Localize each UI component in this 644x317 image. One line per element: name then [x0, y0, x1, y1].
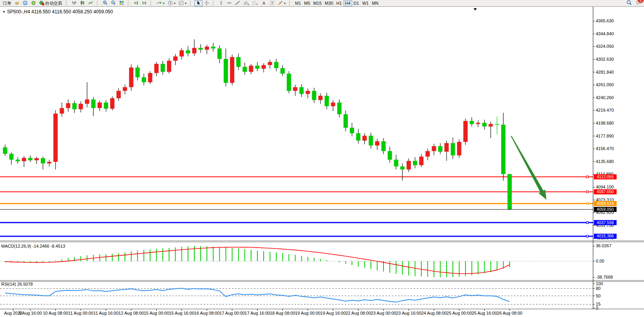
equidistant-channel-button[interactable]: E: [242, 0, 251, 6]
candlestick-chart-button[interactable]: [78, 0, 87, 6]
svg-text:F: F: [257, 3, 258, 5]
periods-button[interactable]: ▾: [166, 0, 177, 6]
text-button[interactable]: A: [260, 0, 268, 6]
toolbar-group-lines: E F A T ▾: [216, 0, 288, 6]
candle-bear: [3, 147, 7, 154]
zoom-in-button[interactable]: [101, 0, 109, 6]
vertical-line-button[interactable]: [217, 0, 225, 6]
crosshair-button[interactable]: [203, 0, 211, 6]
timeframe-M1[interactable]: M1: [293, 0, 302, 6]
price-badge-4112.055-text: 4112.055: [597, 174, 613, 179]
arrows-objects-button[interactable]: ▾: [276, 0, 287, 6]
timeframe-H1[interactable]: H1: [335, 0, 343, 6]
candle-bull: [116, 91, 121, 98]
hline-resistance-1-handle[interactable]: [586, 176, 588, 178]
search-icon: [626, 0, 632, 6]
history-icon-button[interactable]: [13, 0, 21, 6]
horizontal-line-button[interactable]: [225, 0, 233, 6]
candle-bull: [331, 103, 335, 106]
time-axis-label: 9 Aug 16:00: [19, 311, 42, 315]
chart-shift-marker[interactable]: [474, 8, 477, 11]
candle-bear: [16, 159, 20, 161]
price-badge-4015.366-text: 4015.366: [597, 234, 614, 238]
candle-bear: [369, 136, 373, 145]
text-label-button[interactable]: T: [268, 0, 276, 6]
candle-bull: [79, 104, 83, 109]
tile-windows-button[interactable]: [118, 0, 126, 6]
autotrade-button[interactable]: 自动交易: [38, 0, 64, 6]
trendline-button[interactable]: [233, 0, 242, 6]
timeframe-W1[interactable]: W1: [361, 0, 371, 6]
candle-bull: [205, 47, 209, 50]
candle-bear: [344, 114, 348, 127]
candle-bear: [280, 68, 285, 74]
candle-bear: [41, 158, 45, 163]
candle-bull: [167, 61, 171, 72]
tile-windows-icon: [119, 0, 124, 6]
candle-bear: [482, 123, 487, 126]
toolbar-drag-handle: [150, 1, 153, 5]
bar-chart-button[interactable]: [70, 0, 78, 6]
candle-bull: [179, 50, 184, 56]
hline-orange-handle[interactable]: [586, 203, 588, 205]
candle-bear: [356, 133, 360, 141]
rsi-tick-label: 80: [596, 286, 601, 291]
indicators-button[interactable]: ▾: [155, 0, 166, 6]
time-axis-label: 11 Aug 00:00: [68, 311, 93, 315]
chart-window[interactable]: 4365.6304344.8404324.0504302.6304281.840…: [0, 7, 644, 317]
toolbar-drag-handle: [289, 1, 291, 5]
candle-bear: [299, 87, 304, 94]
macd-tick-label: 0.00: [596, 259, 604, 263]
candle-bull: [148, 73, 152, 82]
timeframe-M5[interactable]: M5: [302, 0, 311, 6]
fibonacci-button[interactable]: F: [251, 0, 260, 6]
search-button[interactable]: [625, 0, 633, 6]
candle-bear: [274, 62, 279, 68]
time-axis-label: 10 Aug 08:00: [43, 311, 68, 315]
toolbar-group-charttype: [69, 0, 96, 6]
candle-bull: [463, 121, 468, 142]
candle-bull: [173, 56, 177, 61]
time-axis-label: 19 Aug 00:00: [295, 311, 320, 315]
time-axis-label: 23 Aug 00:00: [371, 311, 396, 315]
time-axis-label: 19 Aug 16:00: [320, 311, 346, 315]
candle-bear: [186, 50, 190, 53]
publisher-button[interactable]: [21, 0, 29, 6]
text-label-icon: T: [270, 0, 275, 6]
candle-bear: [325, 96, 329, 106]
time-axis-label: 23 Aug 16:00: [396, 311, 421, 315]
time-axis-label: 26 Aug 08:00: [497, 311, 523, 315]
toolbar-drag-handle: [213, 1, 215, 5]
hline-resistance-2-handle[interactable]: [586, 191, 588, 193]
timeframe-MN[interactable]: MN: [370, 0, 380, 6]
signals-button[interactable]: [29, 0, 38, 6]
auto-scroll-button[interactable]: [132, 0, 140, 6]
line-chart-button[interactable]: [87, 0, 95, 6]
timeframe-D1[interactable]: D1: [352, 0, 361, 6]
arrow-object-icon: [278, 0, 283, 6]
timeframe-M15[interactable]: M15: [312, 0, 323, 6]
time-axis-label: 22 Aug 08:00: [346, 311, 371, 315]
candle-bull: [192, 48, 197, 53]
cursor-button[interactable]: [194, 0, 203, 6]
candle-bear: [161, 64, 165, 72]
timeframe-H4[interactable]: H4: [344, 0, 352, 6]
down-arrow-annotation[interactable]: [511, 136, 546, 199]
candle-bull: [407, 161, 411, 170]
chart-shift-button[interactable]: [140, 0, 148, 6]
candle-bull: [419, 157, 423, 165]
order-book-icon: [14, 0, 20, 6]
timeframe-M30[interactable]: M30: [323, 0, 335, 6]
notifications[interactable]: 1: [636, 0, 642, 6]
zoom-out-button[interactable]: [109, 0, 118, 6]
zoom-out-icon: [111, 0, 116, 6]
candle-bear: [388, 151, 392, 160]
orders-button[interactable]: 订单: [1, 0, 13, 6]
candle-bear: [9, 154, 14, 160]
rsi-tick-label: 100: [596, 281, 603, 286]
templates-button[interactable]: ▾: [177, 0, 188, 6]
price-badge-4087.650-text: 4087.650: [597, 189, 614, 194]
price-tick-label: 4281.840: [596, 70, 614, 74]
hline-blue-2-handle[interactable]: [586, 235, 588, 237]
hline-blue-1-handle[interactable]: [586, 222, 588, 224]
